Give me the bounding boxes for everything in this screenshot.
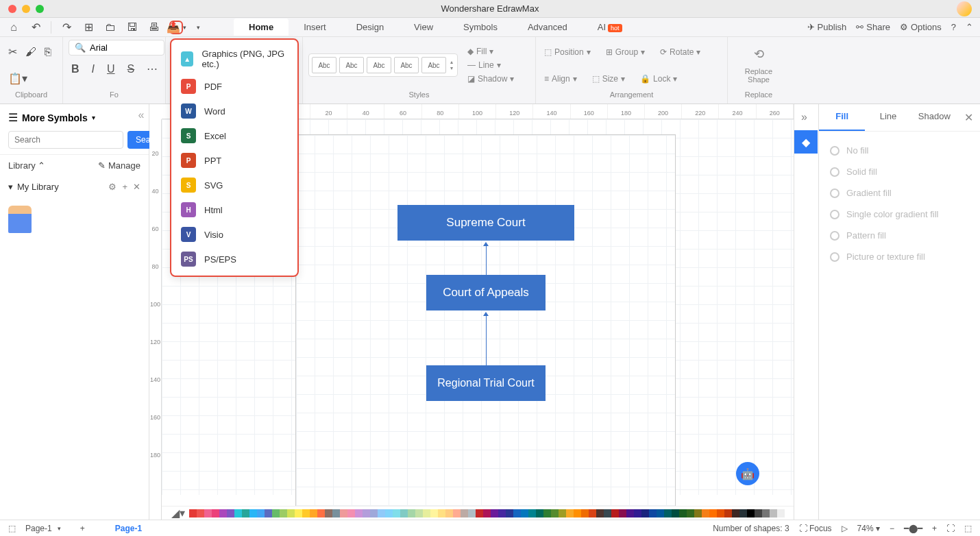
format-painter-icon[interactable]: 🖌 — [23, 43, 39, 61]
group-dropdown[interactable]: ⊞ Group▾ — [603, 46, 648, 58]
size-dropdown[interactable]: ⬚ Size▾ — [589, 73, 628, 85]
color-swatch[interactable] — [212, 509, 219, 517]
color-swatch[interactable] — [385, 509, 393, 517]
share-button[interactable]: ⚯ Share — [856, 22, 890, 32]
collapse-ribbon-icon[interactable]: ⌃ — [966, 22, 973, 32]
hamburger-icon[interactable]: ☰ — [8, 111, 18, 124]
color-swatch[interactable] — [559, 509, 566, 517]
color-swatch[interactable] — [355, 509, 363, 517]
tab-design[interactable]: Design — [341, 19, 399, 36]
tab-symbols[interactable]: Symbols — [448, 19, 513, 36]
color-swatch[interactable] — [521, 509, 528, 517]
expand-mylib-icon[interactable]: ▾ — [8, 182, 13, 192]
maximize-window[interactable] — [36, 5, 44, 13]
publish-button[interactable]: ✈ Publish — [807, 22, 847, 32]
export-visio[interactable]: VVisio — [171, 222, 297, 247]
page-tab[interactable]: Page-1 — [115, 524, 142, 533]
library-label[interactable]: Library ⌃ — [8, 160, 45, 171]
zoom-in-icon[interactable]: + — [932, 524, 937, 533]
color-swatch[interactable] — [347, 509, 355, 517]
print-icon[interactable]: 🖶 — [147, 21, 161, 34]
color-swatch[interactable] — [445, 509, 453, 517]
color-swatch[interactable] — [363, 509, 370, 517]
paste-icon[interactable]: 📋▾ — [5, 69, 30, 88]
shape-court-appeals[interactable]: Court of Appeals — [426, 275, 546, 310]
connector-line[interactable] — [486, 246, 487, 275]
color-swatch[interactable] — [400, 509, 408, 517]
color-swatch[interactable] — [626, 509, 634, 517]
focus-mode[interactable]: ⛶ Focus — [799, 524, 832, 533]
add-page-icon[interactable]: + — [80, 524, 85, 533]
export-svg[interactable]: SSVG — [171, 173, 297, 197]
color-swatch[interactable] — [423, 509, 430, 517]
color-swatch[interactable] — [219, 509, 227, 517]
font-combo[interactable]: 🔍 Arial — [69, 40, 164, 56]
tab-view[interactable]: View — [399, 19, 448, 36]
color-swatch[interactable] — [325, 509, 332, 517]
lock-dropdown[interactable]: 🔒 Lock▾ — [637, 73, 680, 85]
expand-rightpanel-icon[interactable]: » — [794, 104, 818, 130]
help-icon[interactable]: ? — [951, 22, 956, 32]
export-button[interactable]: 📤▾ — [169, 21, 183, 34]
fill-option[interactable]: No fill — [827, 140, 972, 161]
color-swatch[interactable] — [476, 509, 483, 517]
export-graphics-png-jpg-etc-[interactable]: ▲Graphics (PNG, JPG etc.) — [171, 44, 297, 74]
tab-advanced[interactable]: Advanced — [513, 19, 583, 36]
bold-icon[interactable]: B — [69, 60, 82, 78]
color-swatch[interactable] — [280, 509, 287, 517]
color-swatch[interactable] — [717, 509, 724, 517]
color-swatch[interactable] — [528, 509, 536, 517]
style-preset[interactable]: Abc — [394, 57, 419, 73]
rp-tab-line[interactable]: Line — [865, 104, 911, 131]
user-avatar[interactable] — [957, 1, 972, 16]
underline-icon[interactable]: U — [104, 60, 118, 78]
color-swatch[interactable] — [672, 509, 679, 517]
color-swatch[interactable] — [234, 509, 242, 517]
style-preset[interactable]: Abc — [421, 57, 446, 73]
color-swatch[interactable] — [702, 509, 709, 517]
position-dropdown[interactable]: ⬚ Position▾ — [541, 46, 593, 58]
color-swatch[interactable] — [310, 509, 317, 517]
color-swatch[interactable] — [596, 509, 604, 517]
fill-tool-icon[interactable]: ◆ — [794, 130, 818, 154]
redo-icon[interactable]: ↷ — [60, 21, 73, 34]
color-swatch[interactable] — [785, 509, 792, 517]
color-swatch[interactable] — [408, 509, 415, 517]
more-font-icon[interactable]: ⋯ — [144, 60, 160, 78]
color-swatch[interactable] — [332, 509, 340, 517]
line-dropdown[interactable]: — Line ▾ — [465, 59, 517, 71]
tab-ai[interactable]: AIhot — [583, 19, 637, 36]
color-swatch[interactable] — [777, 509, 785, 517]
options-button[interactable]: ⚙ Options — [900, 22, 942, 32]
color-swatch[interactable] — [536, 509, 543, 517]
color-swatch[interactable] — [453, 509, 461, 517]
export-ps-eps[interactable]: PSPS/EPS — [171, 247, 297, 271]
color-swatch[interactable] — [679, 509, 687, 517]
color-swatch[interactable] — [272, 509, 280, 517]
rp-tab-fill[interactable]: Fill — [819, 104, 865, 131]
zoom-level[interactable]: 74% ▾ — [857, 524, 880, 533]
style-gallery[interactable]: Abc Abc Abc Abc Abc ▴▾ — [308, 53, 458, 77]
home-icon[interactable]: ⌂ — [7, 21, 21, 34]
color-swatch[interactable] — [227, 509, 234, 517]
color-swatch[interactable] — [657, 509, 664, 517]
color-swatch[interactable] — [694, 509, 702, 517]
color-swatch[interactable] — [370, 509, 378, 517]
lib-close-icon[interactable]: ✕ — [133, 182, 140, 192]
color-swatch[interactable] — [295, 509, 302, 517]
manage-link[interactable]: ✎ Manage — [98, 160, 140, 171]
color-swatch[interactable] — [461, 509, 468, 517]
style-preset[interactable]: Abc — [367, 57, 391, 73]
color-swatch[interactable] — [257, 509, 265, 517]
color-swatch[interactable] — [302, 509, 310, 517]
color-swatch[interactable] — [634, 509, 641, 517]
color-swatch[interactable] — [513, 509, 521, 517]
strike-icon[interactable]: S — [125, 60, 138, 78]
color-swatch[interactable] — [739, 509, 747, 517]
close-panel-icon[interactable]: ✕ — [957, 104, 980, 131]
color-swatch[interactable] — [189, 509, 197, 517]
close-window[interactable] — [8, 5, 16, 13]
fill-option[interactable]: Solid fill — [827, 161, 972, 182]
color-swatch[interactable] — [770, 509, 777, 517]
my-library-label[interactable]: My Library — [17, 182, 59, 192]
